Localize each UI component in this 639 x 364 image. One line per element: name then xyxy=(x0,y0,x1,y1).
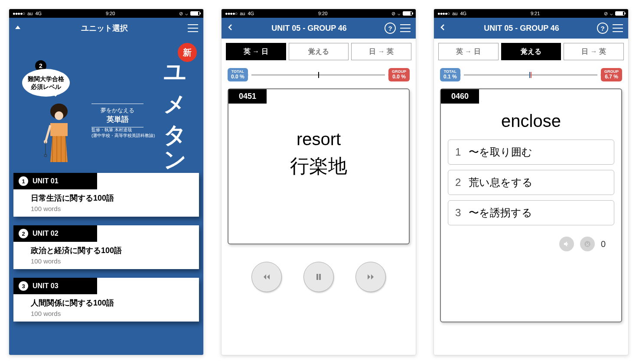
svg-point-4 xyxy=(584,241,590,247)
unit-word-count: 100 words xyxy=(31,310,182,317)
nav-bar: UNIT 05 - GROUP 46 ? xyxy=(434,18,628,39)
screen-flashcard: ●●●●○ au 4G 9:20 ⊘⌵ UNIT 05 - GROUP 46 ?… xyxy=(221,9,416,355)
signal-dots-icon: ●●●●○ xyxy=(437,11,450,16)
page-title: UNIT 05 - GROUP 46 xyxy=(238,24,380,33)
prev-button[interactable] xyxy=(251,262,282,292)
total-progress-badge: TOTAL0.0 % xyxy=(228,68,248,81)
help-button[interactable]: ? xyxy=(385,23,396,34)
playback-controls xyxy=(222,249,416,305)
skip-count: 0 xyxy=(601,239,606,249)
pause-button[interactable] xyxy=(303,262,334,292)
tab-memorize[interactable]: 覚える xyxy=(289,43,349,60)
choice-number: 1 xyxy=(455,146,461,158)
bluetooth-icon: ⌵ xyxy=(398,11,401,16)
progress-bar: TOTAL0.1 % GROUP6.7 % xyxy=(434,63,628,84)
author-credit: 監修・執筆 木村達哉 (灘中学校・高等学校英語科教諭) xyxy=(91,127,155,139)
progress-marker-total xyxy=(529,72,530,78)
unit-description: 人間関係に関する100語 xyxy=(31,298,182,308)
tab-jp-to-en[interactable]: 日 → 英 xyxy=(351,43,411,60)
battery-icon xyxy=(190,11,200,16)
unit-description: 日常生活に関する100語 xyxy=(31,193,182,203)
unit-name: UNIT 01 xyxy=(33,177,59,185)
signal-dots-icon: ●●●●○ xyxy=(225,11,237,16)
progress-track[interactable] xyxy=(464,75,597,75)
progress-track[interactable] xyxy=(251,75,385,75)
choice-text: 〜を取り囲む xyxy=(469,145,532,159)
battery-icon xyxy=(403,11,412,16)
carrier-label: au xyxy=(27,11,33,16)
word-japanese: 行楽地 xyxy=(237,153,400,179)
unit-number: 2 xyxy=(19,229,28,238)
svg-point-5 xyxy=(586,243,587,244)
choice-text: 荒い息をする xyxy=(469,176,533,189)
bluetooth-icon: ⌵ xyxy=(610,11,613,16)
skip-button[interactable] xyxy=(580,237,595,251)
unit-card[interactable]: 3UNIT 03 人間関係に関する100語100 words xyxy=(13,278,199,322)
menu-button[interactable] xyxy=(613,24,623,32)
orientation-lock-icon: ⊘ xyxy=(179,11,183,16)
svg-point-1 xyxy=(55,111,63,120)
screen-unit-select: ●●●●○ au 4G 9:20 ⊘ ⌵ ユニット選択 新 ユメタン 2 難関大… xyxy=(9,9,204,355)
group-progress-badge: GROUP0.0 % xyxy=(388,68,410,81)
unit-card[interactable]: 1UNIT 01 日常生活に関する100語100 words xyxy=(13,173,199,217)
nav-bar: ユニット選択 xyxy=(9,18,203,39)
unit-number: 1 xyxy=(19,176,28,186)
back-button[interactable] xyxy=(227,24,234,32)
unit-card[interactable]: 2UNIT 02 政治と経済に関する100語100 words xyxy=(13,225,199,269)
subtitle-line2: 英単語 xyxy=(91,114,143,124)
answer-choice[interactable]: 1〜を取り囲む xyxy=(448,140,614,165)
subtitle-strip: 夢をかなえる 英単語 xyxy=(91,104,143,127)
clock: 9:21 xyxy=(469,11,601,16)
page-title: UNIT 05 - GROUP 46 xyxy=(450,24,593,33)
unit-description: 政治と経済に関する100語 xyxy=(31,245,182,256)
menu-button[interactable] xyxy=(400,24,411,32)
tab-en-to-jp[interactable]: 英 → 日 xyxy=(226,43,286,60)
unit-select-body: 新 ユメタン 2 難関大学合格必須レベル 夢をかなえる 英単語 監修・執筆 木村… xyxy=(9,39,203,355)
mode-tabs: 英 → 日 覚える 日 → 英 xyxy=(222,39,416,63)
choice-number: 2 xyxy=(455,176,461,188)
clock: 9:20 xyxy=(257,11,389,16)
network-label: 4G xyxy=(35,11,42,16)
answer-choice[interactable]: 2荒い息をする xyxy=(448,170,614,195)
help-button[interactable]: ? xyxy=(597,23,608,34)
unit-number: 3 xyxy=(19,281,28,291)
up-button[interactable] xyxy=(14,24,21,32)
quiz-card: 0460 enclose 1〜を取り囲む 2荒い息をする 3〜を誘拐する 0 xyxy=(440,88,622,322)
mode-tabs: 英 → 日 覚える 日 → 英 xyxy=(434,39,628,63)
tab-memorize[interactable]: 覚える xyxy=(501,43,561,60)
speaker-button[interactable] xyxy=(559,237,574,251)
progress-marker xyxy=(318,72,319,78)
signal-dots-icon: ●●●●○ xyxy=(13,11,25,16)
carrier-label: au xyxy=(452,11,457,16)
card-footer: 0 xyxy=(448,231,614,257)
menu-button[interactable] xyxy=(188,24,198,32)
character-illustration xyxy=(42,104,76,169)
bluetooth-icon: ⌵ xyxy=(185,11,188,16)
battery-icon xyxy=(615,11,625,16)
page-title: ユニット選択 xyxy=(26,23,183,33)
svg-point-6 xyxy=(588,243,589,244)
status-bar: ●●●●○ au 4G 9:20 ⊘⌵ xyxy=(222,9,416,18)
choice-number: 3 xyxy=(455,207,461,219)
screen-quiz: ●●●●○ au 4G 9:21 ⊘⌵ UNIT 05 - GROUP 46 ?… xyxy=(434,9,629,355)
card-number: 0460 xyxy=(441,89,479,104)
speech-bubble: 難関大学合格必須レベル xyxy=(22,69,70,97)
total-progress-badge: TOTAL0.1 % xyxy=(440,68,460,81)
next-button[interactable] xyxy=(355,262,386,292)
unit-word-count: 100 words xyxy=(31,257,182,265)
back-button[interactable] xyxy=(439,24,446,32)
progress-marker-group xyxy=(531,72,531,78)
unit-name: UNIT 02 xyxy=(33,230,59,237)
flashcard[interactable]: 0451 resort 行楽地 xyxy=(228,88,410,244)
book-title: ユメタン xyxy=(160,52,190,164)
carrier-label: au xyxy=(240,11,245,16)
unit-name: UNIT 03 xyxy=(33,282,59,290)
tab-en-to-jp[interactable]: 英 → 日 xyxy=(438,43,499,60)
network-label: 4G xyxy=(460,11,466,16)
network-label: 4G xyxy=(248,11,254,16)
unit-list: 1UNIT 01 日常生活に関する100語100 words 2UNIT 02 … xyxy=(9,173,203,322)
tab-jp-to-en[interactable]: 日 → 英 xyxy=(564,43,624,60)
answer-choice[interactable]: 3〜を誘拐する xyxy=(448,200,614,225)
unit-word-count: 100 words xyxy=(31,205,182,212)
orientation-lock-icon: ⊘ xyxy=(604,11,608,16)
